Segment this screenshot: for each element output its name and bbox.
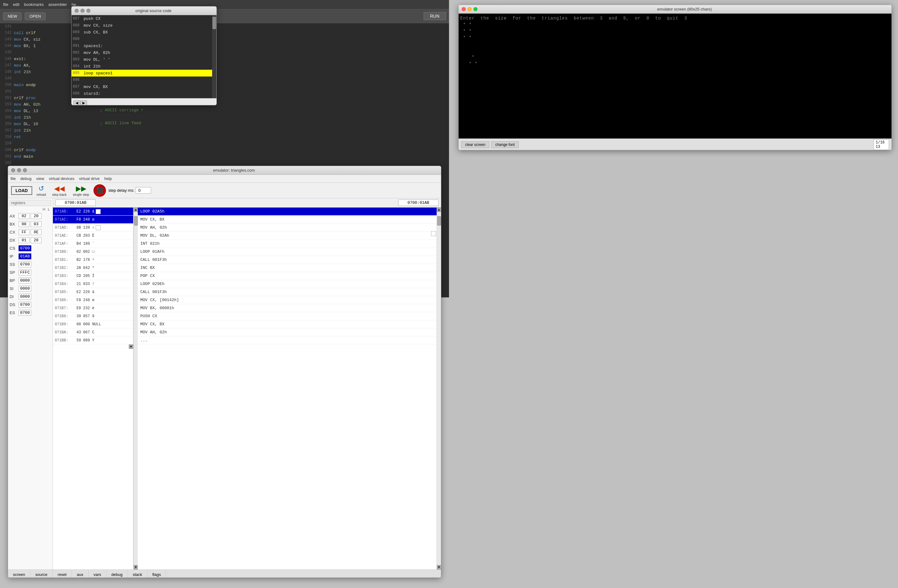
reg-bp-val[interactable]: 0000	[18, 277, 31, 283]
reload-button[interactable]: ↺ reload	[35, 184, 48, 197]
reg-cx-l[interactable]: 8E	[31, 229, 42, 235]
dbg-menu-virtual-drive[interactable]: virtual drive	[79, 176, 99, 181]
asm-scroll-up-arrow[interactable]: ▲	[437, 208, 441, 212]
hex-row-071b2[interactable]: 071B2:2A 042 *	[53, 264, 133, 272]
hex-row-071b4[interactable]: 071B4:21 033 !	[53, 280, 133, 288]
source-close-btn[interactable]	[75, 9, 78, 13]
dbg-menu-virtual-devices[interactable]: virtual devices	[49, 176, 74, 181]
hex-row-071b8[interactable]: 071B8:39 057 9	[53, 312, 133, 320]
hex-checkbox-071ad[interactable]	[96, 225, 101, 230]
stop-button[interactable]: ⬛	[94, 184, 106, 197]
asm-row-int-021h[interactable]: INT 021h	[138, 240, 437, 248]
clear-screen-button[interactable]: clear screen	[461, 141, 489, 148]
asm-row-loop-029eh[interactable]: LOOP 029Eh	[138, 280, 437, 288]
asm-checkbox[interactable]	[430, 231, 436, 236]
reg-dx-h[interactable]: 01	[18, 237, 29, 243]
change-font-button[interactable]: change font	[491, 141, 519, 148]
hex-panel-scrollbar[interactable]: ▲ ▼	[134, 208, 138, 570]
reg-ss-val[interactable]: 0700	[18, 262, 31, 267]
source-minimize-btn[interactable]	[80, 9, 85, 13]
run-button[interactable]: RUN	[424, 12, 446, 20]
emulator-screen-minimize-btn[interactable]	[467, 7, 472, 11]
reg-ds-val[interactable]: 0700	[18, 302, 31, 308]
tab-stack[interactable]: stack	[128, 570, 148, 578]
asm-row-mov-ah-02h-1[interactable]: MOV AH, 02h	[138, 224, 437, 232]
hex-scroll-up-arrow[interactable]: ▲	[134, 208, 138, 212]
reg-cx-h[interactable]: FF	[18, 229, 29, 235]
tab-aux[interactable]: aux	[72, 570, 89, 578]
hex-row-071ae[interactable]: 071AE:CB 203 Ë	[53, 232, 133, 240]
menu-edit[interactable]: edit	[13, 2, 20, 7]
reg-ip-val[interactable]: 01AB	[18, 253, 31, 259]
asm-row-loop-01afh[interactable]: LOOP 01AFh	[138, 248, 437, 256]
reg-ax-l[interactable]: 20	[31, 213, 42, 219]
hex-row-071b1[interactable]: 071B1:B2 178 ²	[53, 256, 133, 264]
hex-row-071af[interactable]: 071AF:B4 180 ´	[53, 240, 133, 248]
source-maximize-btn[interactable]	[86, 9, 91, 13]
asm-row-call-001f3h-2[interactable]: CALL 001F3h	[138, 288, 437, 296]
hex-row-071b6[interactable]: 071B6:F8 248 ø	[53, 296, 133, 304]
asm-scroll-down-arrow[interactable]: ▼	[437, 565, 441, 570]
tab-flags[interactable]: flags	[148, 570, 166, 578]
tab-debug[interactable]: debug	[106, 570, 128, 578]
reg-si-val[interactable]: 0000	[18, 286, 31, 291]
source-scrollbar[interactable]	[212, 15, 217, 98]
reg-ax-h[interactable]: 02	[18, 213, 29, 219]
debugger-minimize-btn[interactable]	[17, 168, 21, 172]
menu-bookmarks[interactable]: bookmarks	[24, 2, 44, 7]
hex-scroll-thumb[interactable]	[134, 216, 138, 226]
dbg-menu-help[interactable]: help	[105, 176, 112, 181]
debugger-close-btn[interactable]	[11, 168, 15, 172]
asm-row-mov-cx-bx-2[interactable]: MOV CX, BX	[138, 320, 437, 328]
hex-scroll-down[interactable]: ▼	[129, 345, 133, 349]
asm-row-mov-cx-00142h[interactable]: MOV CX, [00142h]	[138, 296, 437, 304]
address-left-input[interactable]	[55, 200, 96, 206]
tab-source[interactable]: source	[30, 570, 53, 578]
reg-cs-val[interactable]: 0700	[18, 245, 31, 251]
tab-vars[interactable]: vars	[89, 570, 106, 578]
hex-row-071b7[interactable]: 071B7:E8 232 è	[53, 304, 133, 312]
asm-row-inc-bx[interactable]: INC BX	[138, 264, 437, 272]
hex-checkbox-071ab[interactable]	[96, 209, 101, 214]
hex-row-071ba[interactable]: 071BA:43 067 C	[53, 328, 133, 336]
tab-screen[interactable]: screen	[8, 570, 30, 578]
hex-row-071ac[interactable]: 071AC:F8 248 ø	[53, 215, 133, 224]
step-back-button[interactable]: ◀◀ step back	[50, 184, 68, 197]
asm-row-mov-ah-02h-2[interactable]: MOV AH, 02h	[138, 328, 437, 336]
asm-row-pop-cx[interactable]: POP CX	[138, 272, 437, 280]
hex-row-071b9[interactable]: 071B9:00 000 NULL	[53, 320, 133, 328]
address-right-input[interactable]	[398, 200, 438, 206]
asm-row-mov-dl-02ah[interactable]: MOV DL, 02Ah	[138, 232, 437, 240]
asm-row-loop-02a5[interactable]: LOOP 02A5h	[138, 208, 437, 215]
asm-scroll-thumb[interactable]	[437, 216, 441, 226]
hex-scroll-down-arrow[interactable]: ▼	[134, 565, 138, 570]
menu-file[interactable]: file	[3, 2, 8, 7]
step-delay-input[interactable]	[135, 187, 151, 194]
new-button[interactable]: NEW	[3, 12, 22, 20]
dbg-menu-view[interactable]: view	[36, 176, 44, 181]
hex-row-071bb[interactable]: 071BB:59 089 Y	[53, 336, 133, 345]
source-scrollbar-thumb[interactable]	[212, 17, 216, 29]
emulator-screen-maximize-btn[interactable]	[474, 7, 478, 11]
debugger-maximize-btn[interactable]	[23, 168, 27, 172]
source-nav-right[interactable]: ▶	[80, 100, 87, 105]
menu-assembler[interactable]: assembler	[48, 2, 67, 7]
source-nav-left[interactable]: ◀	[74, 100, 80, 105]
dbg-menu-debug[interactable]: debug	[20, 176, 32, 181]
single-step-button[interactable]: ▶▶ single step	[71, 184, 91, 197]
asm-row-mov-cx-bx-1[interactable]: MOV CX, BX	[138, 215, 437, 224]
load-button[interactable]: LOAD	[11, 186, 32, 195]
emulator-screen-close-btn[interactable]	[462, 7, 466, 11]
asm-row-mov-bx-00001h[interactable]: MOV BX, 00001h	[138, 304, 437, 312]
hex-row-071ad[interactable]: 071AD:8B 139 ‹	[53, 224, 133, 232]
hex-row-071b3[interactable]: 071B3:CD 205 Í	[53, 272, 133, 280]
asm-row-push-cx[interactable]: PUSH CX	[138, 312, 437, 320]
asm-panel-scrollbar[interactable]: ▲ ▼	[437, 208, 441, 570]
dbg-menu-file[interactable]: file	[11, 176, 16, 181]
asm-row-call-001f3h-1[interactable]: CALL 001F3h	[138, 256, 437, 264]
open-button[interactable]: OPEN	[25, 12, 46, 20]
reg-bx-l[interactable]: 03	[31, 221, 42, 227]
tab-reset[interactable]: reset	[53, 570, 72, 578]
reg-sp-val[interactable]: FFFC	[18, 269, 31, 276]
reg-di-val[interactable]: 0000	[18, 294, 31, 300]
